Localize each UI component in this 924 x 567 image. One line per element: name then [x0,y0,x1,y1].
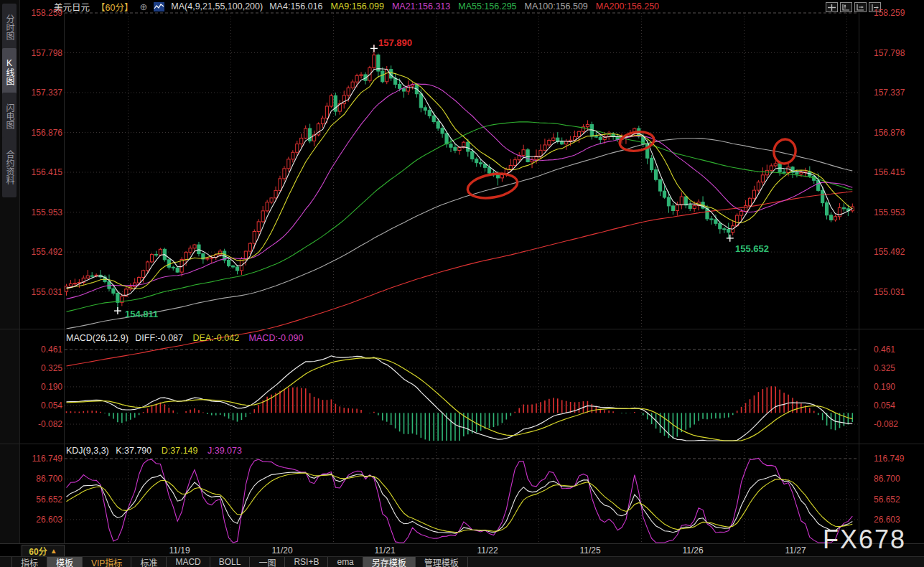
chart-canvas[interactable] [0,0,924,567]
sidebar-item-2[interactable]: 闪电图 [2,93,17,140]
axis-label: 26.603 [874,515,900,525]
pan-tool-icon[interactable] [826,2,838,12]
axis-label: 116.749 [20,454,62,464]
kdj-k-value: K:37.790 [116,446,151,456]
date-label: 11/22 [477,545,498,556]
toolbar-tab-0[interactable]: 指标 [11,557,47,567]
macd-macd-value: MACD:-0.090 [249,333,304,343]
axis-label: 157.798 [20,48,62,58]
expand-icon[interactable]: ⊕ [139,1,147,12]
ma-value-0: MA4:156.016 [269,1,322,11]
axis-label: 155.492 [20,247,62,257]
axis-label: 0.190 [20,382,62,392]
date-label: 11/20 [271,545,292,556]
chart-type-sidebar: 分时图K线图闪电图合约资料 [0,0,20,544]
axis-label: -0.082 [20,419,62,429]
kdj-j-value: J:39.073 [207,446,242,456]
toolbar-tab-3[interactable]: 标准 [131,557,167,567]
date-label: 11/21 [374,545,395,556]
axis-zoom-x-icon[interactable] [854,2,867,12]
panel-divider [0,444,924,444]
trading-chart-app: 分时图K线图闪电图合约资料 美元日元 【60分】 ⊕ MA(4,9,21,55,… [0,0,924,567]
axis-label: 155.031 [20,287,62,297]
axis-label: 0.325 [20,363,62,373]
sidebar-item-1[interactable]: K线图 [2,48,17,95]
axis-label: 56.652 [874,495,900,505]
ma-value-1: MA9:156.099 [331,1,384,11]
indicator-toolbar: 指标模板VIP指标标准MACDBOLL一图RSI+Bema另存模板管理模板 [0,556,924,567]
ma-value-3: MA55:156.295 [458,1,516,11]
axis-label: 155.492 [874,247,905,257]
ma-value-4: MA100:156.509 [525,1,588,11]
axis-label: -0.082 [874,419,898,429]
kdj-panel-label: KDJ(9,3,3) K:37.790 D:37.149 J:39.073 [66,446,242,456]
sidebar-item-0[interactable]: 分时图 [2,4,17,51]
toolbar-tab-6[interactable]: 一图 [250,557,285,567]
axis-label: 156.876 [874,128,905,138]
low2-price-annotation: 155.652 [735,243,769,254]
ma-config-label: MA(4,9,21,55,100,200) [171,1,263,11]
sidebar-item-3[interactable]: 合约资料 [2,137,17,197]
macd-diff-value: DIFF:-0.087 [135,333,183,343]
axis-label: 158.259 [20,8,62,18]
axis-label: 157.337 [20,88,62,98]
chart-logo-icon [154,2,164,11]
axis-label: 26.603 [20,515,62,525]
axis-label: 86.700 [874,474,900,484]
axis-zoom-y-icon[interactable] [840,2,852,12]
axis-label: 157.798 [874,48,905,58]
axis-label: 0.325 [874,363,895,373]
axis-label: 155.031 [874,287,905,297]
axis-label: 0.190 [874,382,895,392]
date-label: 11/26 [682,545,703,556]
period-selector[interactable]: 60分 ▲ [22,545,65,557]
axis-label: 157.337 [874,88,905,98]
axis-label: 0.054 [20,400,62,411]
macd-title: MACD(26,12,9) [66,333,129,343]
kdj-d-value: D:37.149 [162,446,198,456]
ma-values-group: MA4:156.016MA9:156.099MA21:156.313MA55:1… [269,1,659,11]
low1-price-annotation: 154.811 [125,309,158,319]
axis-label: 155.953 [874,207,905,217]
axis-label: 156.415 [20,167,62,177]
toolbar-tab-10[interactable]: 管理模板 [416,557,468,567]
ma-value-5: MA200:156.250 [596,1,659,11]
axis-label: 156.876 [20,128,62,138]
axis-label: 158.259 [874,8,905,18]
macd-panel-label: MACD(26,12,9) DIFF:-0.087 DEA:-0.042 MAC… [66,333,303,343]
period-label: 60分 [29,545,47,557]
toolbar-tab-1[interactable]: 模板 [47,557,83,567]
toolbar-tab-4[interactable]: MACD [167,557,210,567]
toolbar-tab-7[interactable]: RSI+B [285,557,328,567]
axis-label: 0.461 [874,345,895,355]
axis-label: 0.054 [874,400,895,411]
ma-value-2: MA21:156.313 [392,1,450,11]
axis-label: 0.461 [20,345,62,355]
date-label: 11/25 [579,545,600,556]
toolbar-tab-2[interactable]: VIP指标 [83,557,131,567]
brand-watermark: FX678 [823,525,906,555]
toolbar-tab-8[interactable]: ema [328,557,363,567]
macd-dea-value: DEA:-0.042 [193,333,240,343]
date-label: 11/27 [785,545,806,556]
axis-label: 86.700 [20,474,62,484]
toolbar-tab-9[interactable]: 另存模板 [363,557,416,567]
axis-label: 116.749 [874,454,905,464]
kdj-title: KDJ(9,3,3) [66,446,109,456]
axis-label: 56.652 [20,495,62,505]
date-label: 11/19 [169,545,190,556]
panel-divider [0,329,924,329]
high-price-annotation: 157.890 [378,37,412,48]
toolbar-tab-5[interactable]: BOLL [210,557,251,567]
time-axis: 60分 ▲ 11/1911/2011/2111/2211/2511/2611/2… [20,544,924,556]
axis-label: 155.953 [20,207,62,217]
axis-label: 156.415 [874,167,905,177]
timeframe-label: 【60分】 [96,0,133,14]
header-tools [826,2,881,12]
chart-header: 美元日元 【60分】 ⊕ MA(4,9,21,55,100,200) MA4:1… [54,1,659,12]
period-arrow-icon: ▲ [50,547,57,555]
